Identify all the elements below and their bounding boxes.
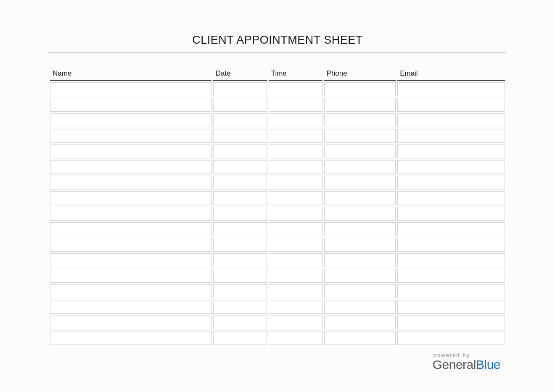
table-row [50, 222, 505, 236]
table-cell [50, 238, 211, 252]
table-cell [324, 98, 396, 112]
brand-part-general: General [433, 358, 476, 371]
table-cell [269, 113, 322, 127]
table-cell [397, 331, 505, 345]
table-cell [397, 300, 505, 314]
table-cell [269, 222, 322, 236]
table-cell [324, 238, 396, 252]
table-cell [213, 331, 267, 345]
table-cell [50, 284, 211, 298]
table-cell [213, 145, 267, 158]
table-cell [50, 191, 211, 205]
footer: powered by GeneralBlue [433, 352, 500, 371]
table-cell [324, 207, 396, 221]
column-header-date: Date [213, 67, 267, 81]
table-cell [324, 82, 396, 96]
table-cell [50, 129, 211, 143]
table-cell [269, 176, 322, 189]
table-row [50, 82, 505, 96]
page-title: CLIENT APPOINTMENT SHEET [48, 34, 507, 47]
brand-logo: GeneralBlue [433, 358, 500, 371]
table-cell [213, 269, 267, 283]
table-cell [397, 253, 505, 267]
table-cell [397, 222, 505, 236]
table-cell [269, 331, 322, 345]
table-cell [397, 113, 505, 127]
table-cell [397, 238, 505, 252]
table-row [50, 284, 505, 298]
table-row [50, 191, 505, 205]
table-cell [397, 284, 505, 298]
table-cell [213, 238, 267, 252]
table-cell [50, 160, 211, 174]
table-cell [213, 129, 267, 143]
table-cell [213, 222, 267, 236]
table-cell [50, 145, 211, 158]
table-cell [213, 113, 267, 127]
table-cell [213, 82, 267, 96]
column-header-time: Time [269, 67, 322, 81]
table-cell [397, 98, 505, 112]
table-row [50, 300, 505, 314]
table-cell [324, 113, 396, 127]
table-header-row: Name Date Time Phone Email [50, 67, 505, 81]
table-cell [397, 129, 505, 143]
table-cell [213, 160, 267, 174]
table-cell [269, 145, 322, 158]
table-cell [324, 300, 396, 314]
table-cell [213, 253, 267, 267]
table-cell [50, 176, 211, 189]
table-cell [50, 253, 211, 267]
table-cell [50, 113, 211, 127]
table-cell [324, 129, 396, 143]
column-header-name: Name [50, 67, 211, 81]
table-cell [397, 82, 505, 96]
table-cell [324, 176, 396, 189]
table-cell [397, 207, 505, 221]
table-cell [269, 300, 322, 314]
table-cell [324, 269, 396, 283]
table-row [50, 98, 505, 112]
table-cell [324, 160, 396, 174]
table-cell [269, 160, 322, 174]
table-cell [269, 129, 322, 143]
table-cell [213, 316, 267, 329]
table-cell [50, 98, 211, 112]
table-cell [397, 269, 505, 283]
table-row [50, 113, 505, 127]
title-divider [48, 52, 507, 53]
column-header-email: Email [397, 67, 505, 81]
table-cell [213, 191, 267, 205]
table-row [50, 253, 505, 267]
table-cell [213, 176, 267, 189]
table-cell [324, 331, 396, 345]
table-cell [213, 98, 267, 112]
brand-part-blue: Blue [476, 358, 500, 371]
table-cell [269, 284, 322, 298]
table-cell [50, 269, 211, 283]
table-cell [50, 222, 211, 236]
table-cell [50, 331, 211, 345]
table-cell [397, 316, 505, 329]
table-cell [324, 253, 396, 267]
table-row [50, 238, 505, 252]
table-cell [324, 284, 396, 298]
table-cell [324, 222, 396, 236]
table-cell [50, 207, 211, 221]
table-cell [269, 238, 322, 252]
table-row [50, 145, 505, 158]
table-row [50, 160, 505, 174]
table-cell [397, 160, 505, 174]
table-cell [50, 300, 211, 314]
table-cell [50, 82, 211, 96]
table-cell [397, 176, 505, 189]
table-cell [324, 145, 396, 158]
table-cell [269, 253, 322, 267]
table-cell [397, 191, 505, 205]
table-cell [269, 191, 322, 205]
table-row [50, 331, 505, 345]
column-header-phone: Phone [324, 67, 396, 81]
table-cell [269, 82, 322, 96]
table-cell [324, 191, 396, 205]
table-cell [269, 316, 322, 329]
